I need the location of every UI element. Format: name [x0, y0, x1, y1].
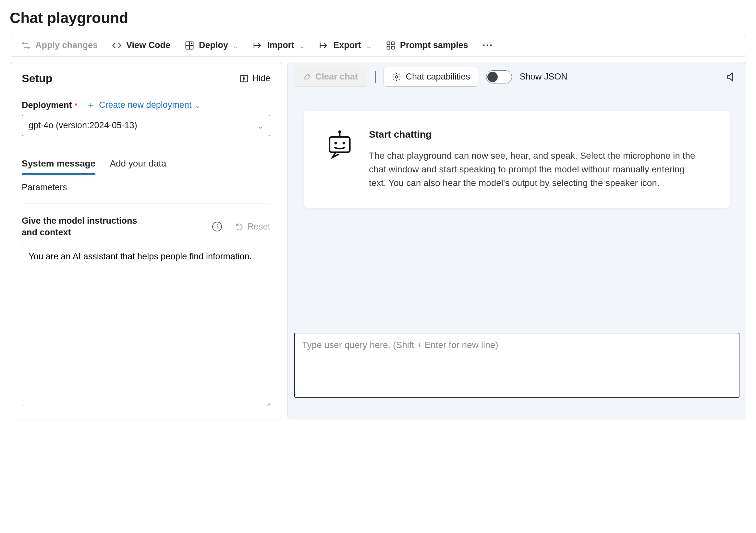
plus-icon: ＋ [86, 98, 96, 112]
chevron-down-icon [299, 42, 305, 48]
view-code-button[interactable]: View Code [112, 40, 170, 50]
apply-changes-label: Apply changes [35, 40, 98, 50]
required-indicator: * [75, 101, 78, 110]
hide-label: Hide [252, 73, 270, 83]
import-label: Import [267, 40, 294, 50]
show-json-toggle[interactable] [486, 70, 512, 83]
separator [375, 71, 376, 83]
swap-icon [21, 41, 31, 50]
main-toolbar: Apply changes View Code Deploy Import Ex… [10, 34, 746, 57]
setup-title: Setup [22, 72, 52, 85]
info-icon[interactable]: i [212, 222, 222, 232]
chevron-down-icon [195, 102, 201, 108]
reset-label: Reset [247, 222, 270, 232]
setup-tabs: System message Add your data [22, 158, 270, 175]
welcome-card: Start chatting The chat playground can n… [304, 111, 730, 208]
parameters-link[interactable]: Parameters [22, 182, 270, 192]
export-label: Export [333, 40, 361, 50]
deployment-label: Deployment* [22, 100, 77, 110]
svg-rect-3 [391, 42, 394, 44]
gear-icon [392, 72, 401, 82]
chat-capabilities-button[interactable]: Chat capabilities [384, 67, 478, 87]
page-title: Chat playground [0, 0, 756, 34]
svg-point-1 [191, 42, 192, 44]
svg-point-12 [343, 142, 345, 144]
svg-point-7 [395, 76, 398, 78]
prompt-samples-label: Prompt samples [400, 40, 468, 50]
export-icon [319, 41, 329, 50]
export-button[interactable]: Export [319, 40, 371, 50]
divider [22, 147, 270, 147]
undo-icon [235, 222, 244, 231]
svg-rect-2 [387, 42, 390, 44]
svg-rect-5 [391, 46, 394, 49]
more-actions-button[interactable]: ··· [482, 39, 493, 51]
tab-add-your-data[interactable]: Add your data [110, 158, 166, 175]
chat-input[interactable] [294, 333, 740, 398]
deploy-button[interactable]: Deploy [185, 40, 238, 50]
deployment-select[interactable]: gpt-4o (version:2024-05-13) [22, 115, 270, 136]
deploy-label: Deploy [199, 40, 228, 50]
deployment-selected-value: gpt-4o (version:2024-05-13) [29, 121, 137, 130]
svg-point-8 [338, 130, 341, 133]
speaker-icon[interactable] [726, 71, 737, 82]
prompt-samples-button[interactable]: Prompt samples [386, 40, 468, 50]
view-code-label: View Code [126, 40, 170, 50]
welcome-title: Start chatting [369, 129, 700, 140]
panel-collapse-icon [239, 74, 249, 83]
chat-capabilities-label: Chat capabilities [406, 72, 470, 82]
chat-toolbar: Clear chat Chat capabilities Show JSON [288, 62, 746, 91]
chevron-down-icon [257, 123, 263, 128]
import-icon [253, 41, 262, 50]
broom-icon [303, 73, 311, 81]
clear-chat-button: Clear chat [294, 67, 367, 87]
bot-icon [323, 129, 356, 161]
code-icon [112, 41, 122, 50]
import-button[interactable]: Import [253, 40, 305, 50]
svg-rect-10 [330, 137, 350, 152]
tab-system-message[interactable]: System message [22, 158, 95, 175]
create-deployment-label: Create new deployment [99, 100, 191, 110]
deploy-icon [185, 41, 194, 50]
chat-panel: Clear chat Chat capabilities Show JSON [287, 62, 746, 419]
apps-icon [386, 41, 395, 50]
system-message-input[interactable] [22, 244, 270, 406]
show-json-label: Show JSON [520, 72, 567, 82]
reset-button: Reset [235, 222, 270, 232]
chevron-down-icon [366, 42, 371, 48]
clear-chat-label: Clear chat [315, 72, 358, 82]
divider [22, 204, 270, 204]
hide-setup-button[interactable]: Hide [239, 73, 270, 83]
chevron-down-icon [233, 42, 238, 48]
svg-rect-4 [387, 46, 390, 49]
welcome-body: The chat playground can now see, hear, a… [369, 149, 700, 190]
svg-point-11 [335, 142, 337, 144]
instructions-heading: Give the model instructions and context [22, 215, 151, 238]
setup-panel: Setup Hide Deployment* ＋ Create new depl… [10, 62, 282, 419]
apply-changes-button: Apply changes [21, 40, 98, 50]
create-deployment-link[interactable]: ＋ Create new deployment [86, 98, 201, 112]
